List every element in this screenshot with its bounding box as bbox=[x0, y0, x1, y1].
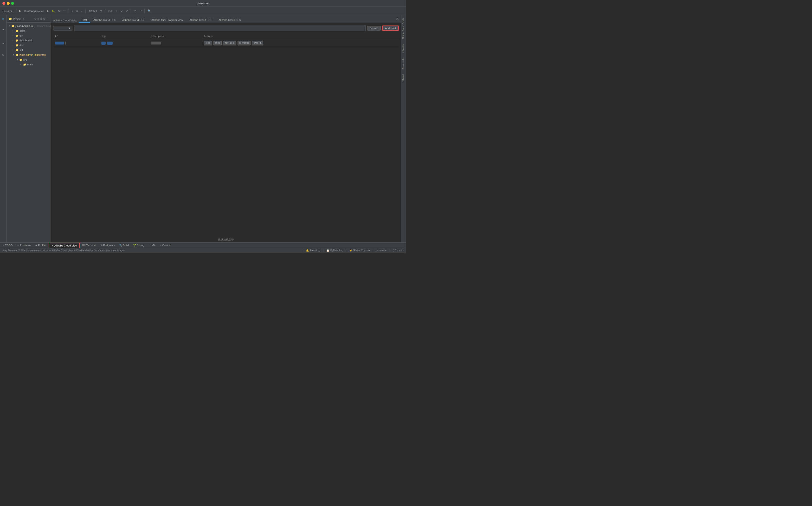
cell-actions: 上传 终端 执行命令 应用观测 更多 ▼ bbox=[202, 39, 399, 47]
status-sep-2 bbox=[323, 249, 323, 252]
tab-spring[interactable]: 🌱 Spring bbox=[131, 243, 146, 248]
maximize-button[interactable] bbox=[11, 2, 14, 5]
sidebar-header: 📁 Project ▼ ⚙ ≡ ⇅ ⚙ — bbox=[7, 15, 51, 23]
bookmarks-label[interactable]: Bookmarks bbox=[402, 56, 405, 71]
cloud-view-label: Alibaba Cloud View: bbox=[53, 18, 79, 23]
git-arrow2[interactable]: ↗ bbox=[125, 9, 129, 13]
tab-build[interactable]: 🔧 Build bbox=[117, 243, 131, 248]
run-play[interactable]: ▶ bbox=[46, 9, 50, 13]
tree-arrow-dashboard: › bbox=[12, 39, 15, 41]
jrebel-label-side[interactable]: JRebel bbox=[402, 73, 405, 83]
separator-5 bbox=[131, 9, 131, 13]
cloud-explorer-icon[interactable]: ☁ bbox=[0, 23, 6, 37]
run-config[interactable]: RuoYiApplication bbox=[23, 9, 45, 13]
tree-doc[interactable]: › 📁 doc bbox=[7, 43, 51, 48]
cloud-tab-ecs[interactable]: Alibaba Cloud ECS bbox=[90, 17, 119, 23]
tab-endpoints[interactable]: ⊕ Endpoints bbox=[99, 243, 117, 248]
col-desc: Description bbox=[149, 33, 202, 39]
cloud-search-button[interactable]: Search bbox=[367, 26, 381, 30]
jrebel-more[interactable]: ▼ bbox=[99, 9, 103, 13]
commit-icon: ○ bbox=[160, 244, 161, 247]
action-upload-button[interactable]: 上传 bbox=[204, 40, 212, 46]
tree-src[interactable]: ▼ 📁 src bbox=[7, 57, 51, 62]
tab-todo[interactable]: ≡ TODO bbox=[1, 243, 14, 248]
project-label[interactable]: jixiaomei bbox=[2, 9, 14, 13]
tree-idea[interactable]: › 📁 .idea bbox=[7, 28, 51, 33]
tree-main[interactable]: › 📁 main bbox=[7, 62, 51, 67]
tab-profiler[interactable]: ◈ Profiler bbox=[33, 243, 48, 248]
tab-terminal-label: Terminal bbox=[86, 244, 96, 247]
action-more-button[interactable]: 更多 ▼ bbox=[252, 40, 263, 46]
action-monitor-button[interactable]: 应用观测 bbox=[237, 40, 250, 46]
cloud-search-input[interactable] bbox=[74, 25, 366, 31]
tree-root[interactable]: ▼ 📁 jixiaomei [zkun] ~/Documents/java/ji… bbox=[7, 23, 51, 28]
jrebel-setup-guide-label[interactable]: JRebel Setup Guide bbox=[402, 16, 405, 41]
cloud-add-host-button[interactable]: Add Host bbox=[382, 25, 399, 31]
tree-icon-main: 📁 bbox=[23, 63, 26, 66]
plugin2-btn[interactable]: ⬦ bbox=[80, 9, 83, 13]
help-btn[interactable]: ? bbox=[71, 9, 74, 13]
run-button[interactable]: ▶ bbox=[18, 9, 22, 13]
tab-commit[interactable]: ○ Commit bbox=[158, 243, 173, 248]
codeup-icon[interactable]: ⬆ bbox=[0, 37, 6, 50]
tab-git[interactable]: ⎇ Git bbox=[147, 243, 158, 248]
window-title: jixiaomei bbox=[197, 2, 209, 5]
cloud-settings-icon[interactable]: ⚙ bbox=[396, 17, 399, 21]
minimize-button[interactable] bbox=[7, 2, 10, 5]
spring-icon: 🌱 bbox=[133, 244, 136, 247]
sidebar-dropdown-icon[interactable]: ▼ bbox=[22, 18, 24, 20]
git-arrow1[interactable]: ↙ bbox=[120, 9, 124, 13]
tree-zkun-admin[interactable]: ▼ 📁 zkun-admin [jixiaomei] bbox=[7, 53, 51, 57]
tree-arrow-main: › bbox=[20, 63, 23, 66]
close-button[interactable] bbox=[2, 2, 5, 5]
sidebar-settings-icon[interactable]: ⚙ bbox=[34, 17, 36, 20]
cloud-tab-miniprogram[interactable]: Alibaba Mini Program View bbox=[148, 17, 186, 23]
action-command-button[interactable]: 执行命令 bbox=[223, 40, 236, 46]
run-more[interactable]: ⋯ bbox=[62, 9, 67, 13]
tree-dashboard[interactable]: › 📁 dashboard bbox=[7, 38, 51, 43]
tree-bin[interactable]: › 📁 bin bbox=[7, 33, 51, 38]
aicoder-icon[interactable]: AI bbox=[0, 52, 6, 58]
plugin-btn[interactable]: ◈ bbox=[75, 9, 79, 13]
cloud-region-dropdown[interactable]: ▼ bbox=[53, 26, 72, 30]
mybatis-icon: 📋 bbox=[326, 249, 329, 252]
tab-alibaba-cloud[interactable]: ☁ Alibaba Cloud View bbox=[49, 243, 80, 248]
cloud-tab-rds[interactable]: Alibaba Cloud RDS bbox=[187, 17, 215, 23]
cloud-region-arrow: ▼ bbox=[68, 27, 71, 29]
tree-icon-bin: 📁 bbox=[15, 34, 19, 37]
iclasslib-label[interactable]: iclasslib bbox=[402, 43, 405, 54]
cell-ip bbox=[53, 39, 99, 47]
sidebar-gear-icon[interactable]: ⚙ bbox=[43, 17, 46, 20]
status-jrebel-console[interactable]: ⚡ JRebel Console bbox=[348, 248, 371, 253]
sidebar-actions: ⚙ ≡ ⇅ ⚙ — bbox=[34, 17, 49, 20]
sidebar-sort-icon[interactable]: ⇅ bbox=[40, 17, 42, 20]
tab-problems[interactable]: ⚠ Problems bbox=[15, 243, 33, 248]
status-mybatis-log[interactable]: 📋 MyBatis Log bbox=[325, 248, 344, 253]
jrebel-label[interactable]: JRebel bbox=[88, 9, 98, 13]
cloud-tab-host[interactable]: Host bbox=[79, 17, 90, 23]
git-check[interactable]: ✓ bbox=[115, 9, 119, 13]
git-history[interactable]: ⏱ bbox=[133, 9, 137, 13]
sidebar-close-icon[interactable]: — bbox=[47, 17, 49, 20]
action-terminal-button[interactable]: 终端 bbox=[214, 40, 222, 46]
status-commit-count[interactable]: 0 Commit bbox=[392, 248, 404, 253]
tree-arrow-doc: › bbox=[12, 44, 15, 47]
tree-sql[interactable]: › 📁 sql bbox=[7, 48, 51, 53]
cloud-tab-sls[interactable]: Alibaba Cloud SLS bbox=[216, 17, 243, 23]
run-reload[interactable]: ↻ bbox=[57, 9, 61, 13]
search-everywhere[interactable]: 🔍 bbox=[147, 9, 152, 13]
git-undo[interactable]: ↩ bbox=[138, 9, 142, 13]
status-event-log[interactable]: 🔔 Event Log bbox=[305, 248, 321, 253]
tab-terminal[interactable]: ⌨ Terminal bbox=[80, 243, 98, 248]
tab-build-label: Build bbox=[123, 244, 129, 247]
status-branch[interactable]: ⎇ master bbox=[375, 248, 388, 253]
separator-1 bbox=[16, 9, 16, 13]
project-icon[interactable]: P bbox=[0, 16, 6, 22]
run-debug[interactable]: 🐛 bbox=[51, 9, 56, 13]
tree-label-bin: bin bbox=[19, 34, 23, 37]
git-label: Git: bbox=[107, 9, 114, 13]
sidebar-collapse-icon[interactable]: ≡ bbox=[38, 17, 39, 20]
cloud-tab-ros[interactable]: Alibaba Cloud ROS bbox=[119, 17, 148, 23]
tab-todo-label: TODO bbox=[5, 244, 13, 247]
tree-label-src: src bbox=[23, 58, 27, 61]
